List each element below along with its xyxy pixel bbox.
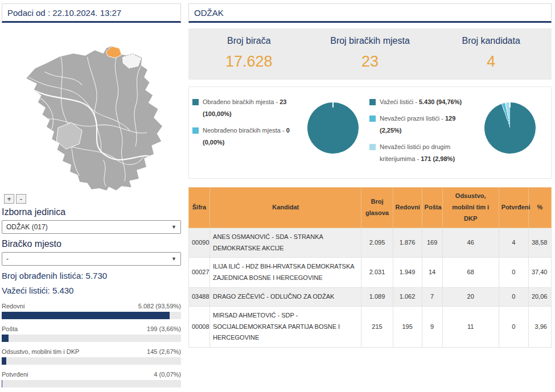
- legend-text: Važeći listići - 5.430 (94,76%): [380, 96, 462, 108]
- col-broj-glasova: Broj glasova: [361, 188, 393, 228]
- izborna-jedinica-select[interactable]: ODŽAK (017) ▼: [2, 220, 181, 234]
- izborna-jedinica-label: Izborna jedinica: [2, 207, 181, 217]
- cell-potvrdjeni: 4: [499, 228, 528, 258]
- data-timestamp-text: Podaci od : 22.10.2024. 13:27: [7, 8, 121, 18]
- chevron-down-icon: ▼: [171, 256, 176, 262]
- left-panel: Podaci od : 22.10.2024. 13:27: [2, 3, 181, 392]
- right-panel: ODŽAK Broj birača 17.628 Broj biračkih m…: [188, 3, 552, 392]
- legend-text: Neobrađeno biračkih mjesta - 0 (0,00%): [203, 125, 295, 148]
- stat-value: 17.628: [188, 53, 310, 71]
- cell-sifra: 00090: [189, 228, 210, 258]
- cell-procenat: 20,06: [528, 288, 551, 307]
- cell-potvrdjeni: 0: [499, 288, 528, 307]
- legend-swatch: [369, 144, 376, 150]
- legend-text: Nevažeći prazni listići - 129 (2,25%): [380, 113, 472, 137]
- pie-chart-biracka-mjesta: [307, 102, 359, 154]
- table-header-row: Šifra Kandidat Broj glasova Redovni Pošt…: [189, 188, 552, 228]
- municipality-header: ODŽAK: [188, 3, 552, 23]
- summary-stats: Broj birača 17.628 Broj biračkih mjesta …: [188, 28, 552, 80]
- cell-kandidat: MIRSAD AHMETOVIĆ - SDP - SOCIJALDEMOKRAT…: [210, 306, 361, 347]
- cell-redovni: 1.949: [393, 258, 422, 288]
- pie-block-listici: Važeći listići - 5.430 (94,76%) Nevažeći…: [369, 94, 546, 169]
- cell-odsustvo: 46: [442, 228, 499, 258]
- bar-label: Potvrđeni: [2, 371, 28, 378]
- legend-swatch: [369, 115, 376, 122]
- bar-label: Odsustvo, mobilni tim i DKP: [2, 348, 79, 355]
- cell-broj-glasova: 2.095: [361, 228, 393, 258]
- cell-procenat: 38,58: [528, 228, 551, 258]
- bar-group-redovni: Redovni 5.082 (93,59%): [2, 303, 181, 319]
- col-odsustvo: Odsustvo, mobilni tim i DKP: [442, 188, 499, 228]
- zoom-in-button[interactable]: +: [4, 194, 14, 204]
- cell-posta: 7: [422, 288, 442, 307]
- legend-item: Neobrađeno biračkih mjesta - 0 (0,00%): [192, 125, 295, 148]
- bar-group-posta: Pošta 199 (3,66%): [2, 325, 181, 342]
- stat-value: 4: [430, 53, 552, 71]
- col-kandidat: Kandidat: [210, 188, 361, 228]
- legend-swatch: [192, 99, 199, 105]
- izborna-jedinica-value: ODŽAK (017): [6, 223, 48, 231]
- data-timestamp-header: Podaci od : 22.10.2024. 13:27: [2, 3, 181, 23]
- cell-posta: 9: [422, 306, 442, 347]
- cell-potvrdjeni: 0: [499, 258, 528, 288]
- bar-track: [2, 357, 181, 365]
- bar-track: [2, 312, 181, 319]
- stat-broj-kandidata: Broj kandidata 4: [430, 36, 552, 71]
- cell-kandidat: DRAGO ZEČEVIĆ - ODLUČNO ZA ODŽAK: [210, 288, 361, 307]
- cell-redovni: 1.876: [393, 228, 422, 258]
- pie-chart-listici: [484, 102, 536, 154]
- dashboard: Podaci od : 22.10.2024. 13:27: [0, 0, 555, 392]
- col-posta: Pošta: [422, 188, 442, 228]
- legend-text: Obrađeno biračkih mjesta - 23 (100,00%): [203, 96, 295, 120]
- cell-sifra: 00008: [189, 306, 210, 347]
- bar-track: [2, 335, 181, 342]
- vote-type-bars: Redovni 5.082 (93,59%) Pošta 199 (3,66%): [2, 303, 181, 387]
- cell-broj-glasova: 1.089: [361, 288, 393, 307]
- cell-kandidat: ILIJA ILIĆ - HDZ BIH-HRVATSKA DEMOKRATSK…: [210, 258, 361, 288]
- cell-sifra: 00027: [189, 258, 210, 288]
- cell-redovni: 1.062: [393, 288, 422, 307]
- cell-procenat: 3,96: [528, 306, 551, 347]
- table-row: 03488 DRAGO ZEČEVIĆ - ODLUČNO ZA ODŽAK 1…: [189, 288, 552, 307]
- table-row: 00027 ILIJA ILIĆ - HDZ BIH-HRVATSKA DEMO…: [189, 258, 552, 288]
- bar-value: 4 (0,07%): [154, 371, 181, 378]
- bar-fill: [2, 335, 9, 342]
- legend-item: Obrađeno biračkih mjesta - 23 (100,00%): [192, 96, 295, 120]
- cell-redovni: 195: [393, 306, 422, 347]
- map-zoom-controls: + -: [4, 194, 26, 204]
- bar-group-odsustvo: Odsustvo, mobilni tim i DKP 145 (2,67%): [2, 348, 181, 365]
- legend-item: Nevažeći listići po drugim kriterijumima…: [369, 141, 472, 165]
- obradjeni-listici-text: Broj obrađenih listića: 5.730: [2, 271, 181, 280]
- country-map[interactable]: + -: [2, 24, 181, 205]
- legend-swatch: [192, 127, 199, 134]
- stat-value: 23: [310, 53, 431, 71]
- bih-map-svg: [2, 24, 181, 192]
- cell-procenat: 37,40: [528, 258, 551, 288]
- legend-text: Nevažeći listići po drugim kriterijumima…: [380, 141, 472, 165]
- stat-label: Broj kandidata: [430, 36, 552, 46]
- chevron-down-icon: ▼: [171, 224, 176, 230]
- cell-posta: 169: [422, 228, 442, 258]
- municipality-name: ODŽAK: [194, 8, 224, 18]
- pie-charts-section: Obrađeno biračkih mjesta - 23 (100,00%) …: [188, 86, 552, 179]
- cell-broj-glasova: 215: [361, 306, 393, 347]
- bar-track: [2, 380, 181, 387]
- table-row: 00090 ANES OSMANOVIĆ - SDA - STRANKA DEM…: [189, 228, 552, 258]
- col-potvrdjeni: Potvrđeni: [499, 188, 528, 228]
- legend-item: Nevažeći prazni listići - 129 (2,25%): [369, 113, 472, 137]
- cell-posta: 14: [422, 258, 442, 288]
- biracko-mjesto-value: -: [6, 255, 9, 263]
- cell-odsustvo: 68: [442, 258, 499, 288]
- stat-broj-biraca: Broj birača 17.628: [188, 36, 310, 71]
- col-sifra: Šifra: [189, 188, 210, 228]
- bar-group-potvrdjeni: Potvrđeni 4 (0,07%): [2, 371, 181, 387]
- pie-legend: Važeći listići - 5.430 (94,76%) Nevažeći…: [369, 94, 472, 169]
- bar-fill: [2, 357, 6, 365]
- stat-label: Broj birača: [188, 36, 310, 46]
- biracko-mjesto-select[interactable]: - ▼: [2, 252, 181, 266]
- bar-value: 5.082 (93,59%): [138, 303, 181, 310]
- cell-kandidat: ANES OSMANOVIĆ - SDA - STRANKA DEMOKRATS…: [210, 228, 361, 258]
- cell-odsustvo: 11: [442, 306, 499, 347]
- col-redovni: Redovni: [393, 188, 422, 228]
- zoom-out-button[interactable]: -: [16, 194, 26, 204]
